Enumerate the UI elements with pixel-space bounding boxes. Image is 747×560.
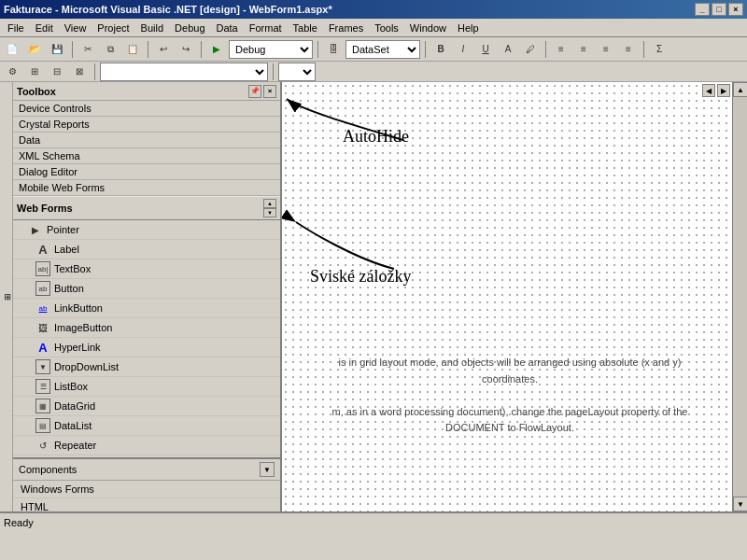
tb-cut[interactable]: ✂	[78, 40, 98, 59]
sep-tb2-2	[273, 63, 274, 80]
tab-prev-button[interactable]: ◀	[702, 84, 715, 97]
scroll-track	[733, 97, 747, 497]
bottom-item-windows-forms[interactable]: Windows Forms	[13, 481, 280, 498]
nav-tabs: ◀ ▶	[700, 82, 732, 99]
toolbox-item-datalist[interactable]: ▤ DataList	[13, 416, 280, 436]
separator-3	[201, 41, 202, 58]
tb-database[interactable]: 🗄	[323, 40, 344, 59]
tb-run[interactable]: ▶	[206, 40, 227, 59]
menu-format[interactable]: Format	[244, 21, 288, 35]
toolbox-category-device-controls[interactable]: Device Controls	[13, 101, 280, 117]
tb-open[interactable]: 📂	[24, 40, 45, 59]
scroll-down-button[interactable]: ▼	[733, 497, 747, 511]
tb-paste[interactable]: 📋	[122, 40, 143, 59]
maximize-button[interactable]: □	[712, 3, 726, 16]
tb-copy[interactable]: ⧉	[100, 40, 120, 59]
menu-frames[interactable]: Frames	[323, 21, 369, 35]
menu-project[interactable]: Project	[92, 21, 134, 35]
imagebutton-icon: 🖼	[35, 320, 50, 335]
tb-underline[interactable]: U	[475, 40, 496, 59]
webforms-section-header[interactable]: Web Forms ▲ ▼	[13, 196, 280, 220]
toolbox-item-dropdownlist[interactable]: ▼ DropDownList	[13, 357, 280, 377]
tb-highlight[interactable]: 🖊	[520, 40, 541, 59]
side-strip[interactable]: ⊞	[0, 82, 13, 511]
pointer-icon: ▶	[28, 222, 43, 237]
separator-4	[317, 41, 318, 58]
design-info-line2: coordinates.	[291, 371, 728, 388]
components-header[interactable]: Components ▼	[13, 457, 280, 481]
menu-bar: File Edit View Project Build Debug Data …	[0, 19, 747, 37]
toolbox-item-hyperlink[interactable]: A HyperLink	[13, 338, 280, 357]
menu-table[interactable]: Table	[288, 21, 323, 35]
separator-5	[425, 41, 426, 58]
separator-1	[72, 41, 73, 58]
tb-align-right[interactable]: ≡	[596, 40, 616, 59]
minimize-button[interactable]: _	[695, 3, 710, 16]
tb-align-center[interactable]: ≡	[573, 40, 594, 59]
tb-save[interactable]: 💾	[47, 40, 67, 59]
components-dropdown-arrow[interactable]: ▼	[260, 462, 275, 477]
menu-tools[interactable]: Tools	[369, 21, 404, 35]
tb-align-left[interactable]: ≡	[551, 40, 571, 59]
close-button[interactable]: ×	[728, 3, 743, 16]
toolbox-item-imagebutton[interactable]: 🖼 ImageButton	[13, 318, 280, 338]
components-label: Components	[19, 464, 77, 475]
font-combo[interactable]	[100, 63, 268, 81]
menu-build[interactable]: Build	[135, 21, 169, 35]
toolbox-category-data[interactable]: Data	[13, 133, 280, 148]
toolbox-pin-button[interactable]: 📌	[248, 85, 261, 98]
toolbox-category-xml-schema[interactable]: XML Schema	[13, 148, 280, 164]
tb-color[interactable]: A	[498, 40, 518, 59]
menu-help[interactable]: Help	[452, 21, 485, 35]
tb2-btn1[interactable]: ⚙	[2, 63, 22, 81]
menu-edit[interactable]: Edit	[30, 21, 59, 35]
tb-new[interactable]: 📄	[2, 40, 22, 59]
tb2-btn3[interactable]: ⊟	[47, 63, 67, 81]
tb-redo[interactable]: ↪	[176, 40, 196, 59]
toolbox-item-repeater[interactable]: ↺ Repeater	[13, 436, 280, 455]
tb-undo[interactable]: ↩	[153, 40, 174, 59]
sep-tb2-1	[94, 63, 95, 80]
toolbox-close-button[interactable]: ×	[263, 85, 276, 98]
fontsize-combo[interactable]	[278, 63, 316, 81]
tb-italic[interactable]: I	[453, 40, 473, 59]
toolbox-category-dialog-editor[interactable]: Dialog Editor	[13, 164, 280, 180]
toolbar-row-1: 📄 📂 💾 ✂ ⧉ 📋 ↩ ↪ ▶ Debug 🗄 DataSet B I U …	[0, 37, 747, 62]
toolbox-item-pointer[interactable]: ▶ Pointer	[13, 220, 280, 240]
webforms-label: Web Forms	[17, 203, 73, 214]
debug-combo[interactable]: Debug	[229, 40, 313, 59]
tab-next-button[interactable]: ▶	[717, 84, 730, 97]
menu-debug[interactable]: Debug	[169, 21, 210, 35]
toolbox-item-textbox[interactable]: ab| TextBox	[13, 259, 280, 279]
menu-window[interactable]: Window	[404, 21, 452, 35]
main-area: ⊞ Toolbox 📌 × Device Controls Crystal Re…	[0, 82, 747, 511]
webforms-scroll-down[interactable]: ▼	[263, 208, 276, 217]
textbox-icon: ab|	[35, 261, 50, 276]
listbox-icon: ☰	[35, 379, 50, 394]
tb-align-justify[interactable]: ≡	[618, 40, 639, 59]
scroll-up-button[interactable]: ▲	[733, 82, 747, 97]
toolbox-header: Toolbox 📌 ×	[13, 82, 280, 101]
toolbox-item-label[interactable]: A Label	[13, 240, 280, 259]
menu-file[interactable]: File	[2, 21, 30, 35]
toolbox-item-listbox[interactable]: ☰ ListBox	[13, 377, 280, 397]
toolbox-item-button[interactable]: ab Button	[13, 279, 280, 299]
tb-bold[interactable]: B	[430, 40, 451, 59]
tb2-btn2[interactable]: ⊞	[24, 63, 45, 81]
tb-sigma[interactable]: Σ	[649, 40, 669, 59]
toolbox-category-crystal-reports[interactable]: Crystal Reports	[13, 117, 280, 133]
webforms-scroll-up[interactable]: ▲	[263, 199, 276, 208]
design-dotted-background	[282, 82, 747, 511]
bottom-item-html[interactable]: HTML	[13, 498, 280, 511]
menu-data[interactable]: Data	[211, 21, 244, 35]
toolbox-item-linkbutton[interactable]: ab LinkButton	[13, 299, 280, 318]
toolbox-category-mobile-web-forms[interactable]: Mobile Web Forms	[13, 180, 280, 196]
sviske-text: Sviské záložky	[310, 267, 411, 286]
design-area[interactable]: AutoHide Sviské záložky	[282, 82, 747, 511]
menu-view[interactable]: View	[59, 21, 92, 35]
toolbox-item-datagrid[interactable]: ▦ DataGrid	[13, 397, 280, 416]
tb2-btn4[interactable]: ⊠	[69, 63, 90, 81]
dataset-combo[interactable]: DataSet	[345, 40, 420, 59]
side-strip-text: ⊞	[3, 293, 12, 301]
toolbox-list: Device Controls Crystal Reports Data XML…	[13, 101, 280, 511]
